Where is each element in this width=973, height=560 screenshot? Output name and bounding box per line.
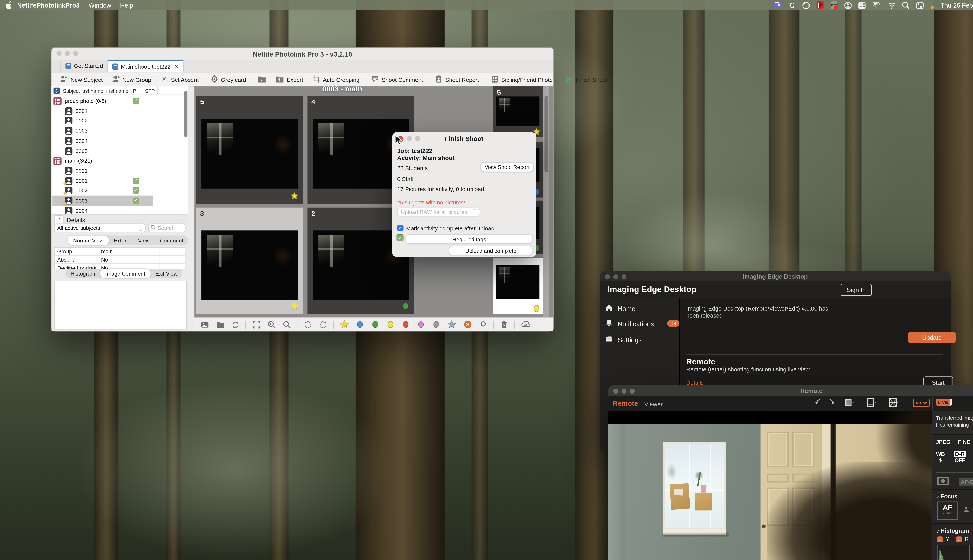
upload-and-complete-button[interactable]: Upload and complete [448, 246, 533, 255]
toolbar-button-export[interactable]: Export [271, 73, 308, 87]
orange-dot-icon[interactable] [930, 1, 935, 9]
tab-close-icon[interactable]: ✕ [175, 64, 179, 69]
tab-viewer[interactable]: Viewer [644, 400, 663, 407]
view-shoot-report-button[interactable]: View Shoot Report [480, 162, 534, 172]
star-yellow-icon[interactable] [339, 320, 349, 329]
subject-row-main-3-21[interactable]: main (3/21) [51, 156, 188, 166]
photo-marker-yellow[interactable] [532, 304, 541, 316]
channel-checkbox[interactable]: ✓ [937, 536, 943, 542]
update-button[interactable]: Update [908, 332, 956, 343]
metering-mode-icon[interactable] [937, 477, 949, 486]
subject-row-0002[interactable]: 0002 [51, 116, 188, 126]
quality-fine[interactable]: FINE [958, 439, 970, 445]
tab-comment[interactable]: Comment [155, 235, 188, 245]
channel-r[interactable]: ✓R [956, 536, 969, 542]
channel-checkbox[interactable]: ✓ [956, 536, 962, 542]
photolink-titlebar[interactable]: Netlife Photolink Pro 3 - v3.2.10 [51, 48, 553, 60]
image-icon[interactable] [201, 320, 209, 328]
quality-jpeg[interactable]: JPEG [936, 439, 950, 445]
subject-row-0021[interactable]: 0021 [51, 166, 188, 176]
toolbar-button-grey-card[interactable]: Grey card [206, 73, 251, 87]
wb-flash-setting[interactable]: WB [936, 451, 945, 465]
upload-raw-select[interactable]: Upload RAW for all pictures ⌃⌄ [397, 208, 480, 217]
photo-thumbnail[interactable] [496, 97, 540, 126]
channel-y[interactable]: ✓Y [937, 536, 949, 542]
subject-row-group-photo-0-5[interactable]: group photo (0/5)✓ [51, 96, 188, 106]
grid-scrollbar-thumb[interactable] [544, 96, 548, 172]
toolbar-button-new-group[interactable]: New Group [107, 73, 155, 87]
image-comment-panel[interactable] [54, 281, 187, 329]
toolbar-button-shoot-report[interactable]: Shoot Report [430, 73, 483, 87]
toolbar-button-auto-cropping[interactable]: Auto Cropping [308, 73, 364, 87]
photo-marker-star[interactable] [290, 191, 299, 203]
subject-row-0004[interactable]: 0004 [51, 136, 188, 146]
toolbar-button-item[interactable] [253, 73, 271, 87]
fullscreen-icon[interactable] [252, 320, 260, 328]
histogram-section-header[interactable]: ∨ Histogram [936, 528, 969, 534]
search-input[interactable]: Search [148, 223, 186, 232]
folder-icon[interactable] [216, 320, 224, 328]
subject-row-0003[interactable]: 0003 [51, 126, 188, 136]
photo-marker-green[interactable] [402, 302, 410, 313]
photolink-dock-icon[interactable] [816, 1, 824, 10]
subject-list-scrollbar[interactable] [184, 91, 187, 137]
focus-section-header[interactable]: ∨ Focus [936, 493, 958, 500]
subject-list-header[interactable]: Subject last name, first name P SFP [51, 86, 188, 95]
subject-row-0001[interactable]: 0001 [51, 106, 188, 116]
collapse-details-button[interactable]: ⌃ [54, 215, 64, 224]
required-tags-checkbox[interactable]: ✓ [396, 234, 404, 241]
required-tags-button[interactable]: Required tags [405, 234, 533, 244]
sidebar-item-settings[interactable]: Settings [605, 335, 642, 344]
imaging-edge-titlebar[interactable]: Imaging Edge Desktop [600, 271, 950, 281]
photo-marker-yellow[interactable] [290, 302, 299, 313]
trash-icon[interactable]: ✕ [500, 320, 508, 328]
rotate-ccw-icon[interactable] [814, 398, 823, 410]
tab-extended-view[interactable]: Extended View [109, 235, 155, 245]
subject-row-0001[interactable]: ★0001✓ [51, 176, 188, 186]
toolbar-button-shoot-comment[interactable]: Shoot Comment [366, 73, 428, 87]
mark-complete-checkbox[interactable]: ✓ [397, 225, 404, 231]
photo-thumbnail[interactable] [201, 230, 298, 300]
photo-card-side[interactable]: 5 [493, 86, 543, 137]
toolbar-button-new-subject[interactable]: New Subject [55, 73, 107, 87]
tab-exif-view[interactable]: Exif View [150, 268, 183, 278]
photo-card-3[interactable]: 3 [196, 208, 303, 314]
subject-row-0002[interactable]: ★0002✓ [51, 185, 188, 196]
toolbar-button-sibling-friend-photo[interactable]: Sibling/Friend Photo [486, 73, 557, 87]
zoom-in-icon[interactable] [267, 320, 275, 328]
subject-filter-select[interactable]: All active subjects ⌃⌄ [54, 223, 145, 232]
iedt-app-icon[interactable]: IEDT [830, 1, 838, 10]
af-mode-setting[interactable]: AF-C [959, 478, 973, 485]
af-mf-toggle[interactable]: AF ↔ MF [937, 502, 958, 520]
apple-menu-icon[interactable] [6, 0, 13, 10]
mark-complete-label[interactable]: Mark activity complete after upload [406, 225, 495, 232]
tab-main-shoot-test222[interactable]: Main shoot: test222✕ [107, 60, 184, 72]
rotate-cw-icon[interactable] [827, 398, 836, 410]
menu-item-help[interactable]: Help [120, 2, 133, 8]
user-circle-icon[interactable] [844, 1, 852, 9]
screen-mirroring-icon[interactable] [773, 2, 782, 9]
details-link[interactable]: Details [686, 380, 704, 386]
layout-grid-icon[interactable] [889, 397, 898, 410]
dot-yellow-icon[interactable] [386, 320, 394, 329]
star-slate-icon[interactable] [447, 320, 456, 329]
s-badge-icon[interactable]: S [463, 320, 472, 329]
subject-row-0003[interactable]: ★0003✓ [51, 196, 153, 206]
photo-card-5[interactable]: 5 [196, 96, 303, 204]
cloud-check-icon[interactable] [521, 320, 530, 329]
rotate-right-icon[interactable] [319, 320, 327, 328]
layout-single-icon[interactable] [844, 397, 854, 410]
menu-app-name[interactable]: NetlifePhotolinkPro3 [17, 2, 80, 8]
toolbar-button-set-absent[interactable]: Set Absent [155, 73, 203, 87]
wifi-icon[interactable] [888, 1, 896, 9]
rotate-left-icon[interactable] [303, 320, 311, 328]
window-list-icon[interactable] [858, 1, 866, 9]
tab-get-started[interactable]: Get Started [60, 60, 108, 72]
photo-card-side[interactable] [493, 258, 543, 314]
grammarly-icon[interactable]: G [788, 1, 796, 9]
control-center-icon[interactable] [916, 1, 924, 9]
sign-in-button[interactable]: Sign In [841, 284, 872, 296]
zoom-out-icon[interactable] [283, 320, 291, 328]
sync-icon[interactable] [231, 320, 239, 328]
menu-item-window[interactable]: Window [89, 2, 111, 8]
